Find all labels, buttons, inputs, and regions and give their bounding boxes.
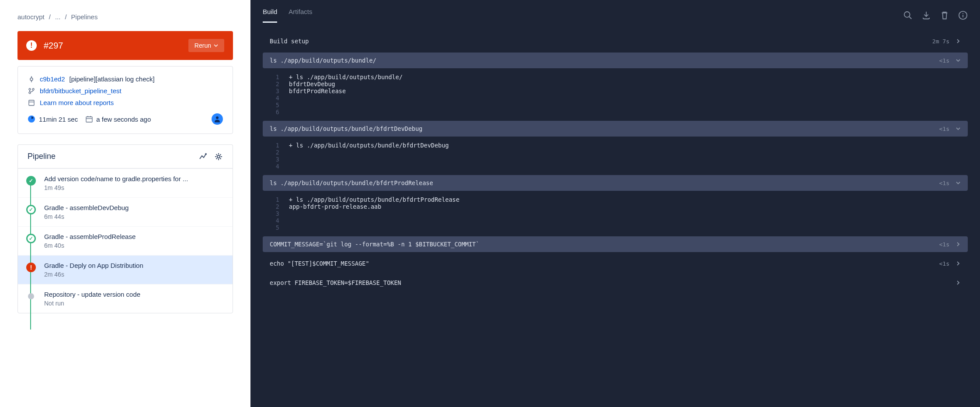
log-command-row[interactable]: ls ./app/build/outputs/bundle/bfdrtDevDe… (263, 121, 968, 137)
pipeline-steps: Add version code/name to gradle.properti… (17, 168, 233, 313)
breadcrumb-project[interactable]: autocrypt (17, 13, 45, 21)
svg-rect-9 (86, 117, 92, 122)
reports-link[interactable]: Learn more about reports (40, 99, 114, 106)
search-icon[interactable] (903, 11, 913, 20)
calendar-icon (86, 116, 93, 123)
pipeline-number: #297 (44, 41, 181, 51)
log-area: Build setup 2m 7s ls ./app/build/outputs… (250, 23, 980, 407)
line-number: 1 (263, 142, 289, 149)
reports-icon (28, 100, 35, 106)
line-number: 4 (263, 217, 289, 224)
line-number: 2 (263, 81, 289, 88)
line-text: + ls ./app/build/outputs/bundle/bfdrtPro… (289, 196, 459, 203)
line-number: 3 (263, 210, 289, 217)
log-duration: <1s (939, 126, 949, 132)
pipeline-step[interactable]: Gradle - assembleProdRelease 6m 40s (18, 226, 233, 255)
log-command: export FIREBASE_TOKEN=$FIREBASE_TOKEN (270, 279, 956, 286)
build-setup-row[interactable]: Build setup 2m 7s (263, 33, 968, 49)
line-number: 1 (263, 74, 289, 81)
svg-line-17 (909, 17, 912, 19)
line-number: 4 (263, 95, 289, 102)
line-number: 3 (263, 88, 289, 95)
tab-artifacts[interactable]: Artifacts (288, 8, 312, 23)
step-status-success-icon (26, 205, 36, 214)
log-header: Build Artifacts (250, 0, 980, 23)
step-status-success-icon (26, 234, 36, 243)
duration-text: 11min 21 sec (39, 116, 78, 123)
tab-build[interactable]: Build (263, 8, 277, 23)
log-command-row[interactable]: export FIREBASE_TOKEN=$FIREBASE_TOKEN (263, 275, 968, 291)
step-name: Gradle - assembleProdRelease (44, 233, 225, 240)
log-command-row[interactable]: ls ./app/build/outputs/bundle/<1s (263, 53, 968, 68)
chevron-right-icon (956, 280, 961, 285)
line-text: + ls ./app/build/outputs/bundle/ (289, 74, 403, 81)
line-text: app-bfdrt-prod-release.aab (289, 203, 381, 210)
chevron-down-icon (956, 58, 961, 63)
log-command: ls ./app/build/outputs/bundle/bfdrtProdR… (270, 179, 939, 186)
svg-point-0 (30, 78, 33, 81)
build-setup-time: 2m 7s (932, 38, 949, 45)
log-command: ls ./app/build/outputs/bundle/bfdrtDevDe… (270, 125, 939, 132)
log-duration: <1s (939, 57, 949, 64)
log-command: COMMIT_MESSAGE=`git log --format=%B -n 1… (270, 241, 939, 248)
svg-point-4 (29, 92, 31, 94)
log-command-row[interactable]: ls ./app/build/outputs/bundle/bfdrtProdR… (263, 175, 968, 191)
chevron-down-icon (956, 180, 961, 186)
user-avatar[interactable] (212, 113, 223, 125)
chevron-down-icon (214, 43, 218, 48)
step-name: Repository - update version code (44, 291, 225, 298)
log-command: echo "[TEST]$COMMIT_MESSAGE" (270, 260, 939, 267)
svg-point-20 (963, 13, 963, 14)
step-time: 1m 49s (44, 184, 225, 191)
rerun-button[interactable]: Rerun (188, 39, 224, 52)
commit-hash-link[interactable]: c9b1ed2 (40, 75, 65, 83)
line-number: 3 (263, 156, 289, 163)
trash-icon[interactable] (940, 11, 949, 20)
pipeline-step[interactable]: Gradle - assembleDevDebug 6m 44s (18, 197, 233, 226)
svg-point-15 (217, 155, 220, 158)
info-icon[interactable] (958, 11, 968, 20)
svg-point-16 (904, 12, 910, 18)
error-icon: ! (26, 40, 37, 51)
pipeline-step[interactable]: Add version code/name to gradle.properti… (18, 168, 233, 197)
pipeline-step[interactable]: Repository - update version code Not run (18, 284, 233, 313)
log-command-row[interactable]: COMMIT_MESSAGE=`git log --format=%B -n 1… (263, 236, 968, 252)
line-number: 5 (263, 102, 289, 109)
chevron-right-icon (956, 39, 961, 44)
build-setup-label: Build setup (270, 38, 932, 45)
svg-point-13 (216, 116, 219, 119)
svg-rect-6 (29, 100, 34, 105)
log-output: 1+ ls ./app/build/outputs/bundle/bfdrtDe… (263, 140, 968, 175)
log-duration: <1s (939, 180, 949, 186)
breadcrumb-ellipsis[interactable]: ... (55, 13, 61, 21)
line-number: 5 (263, 224, 289, 231)
duration-icon (28, 115, 35, 123)
metrics-icon[interactable] (198, 152, 207, 161)
log-command-row[interactable]: echo "[TEST]$COMMIT_MESSAGE"<1s (263, 256, 968, 271)
line-text: bfdrtDevDebug (289, 81, 335, 88)
line-number: 1 (263, 196, 289, 203)
line-number: 4 (263, 163, 289, 170)
breadcrumb-page[interactable]: Pipelines (71, 13, 98, 21)
branch-icon (28, 88, 35, 94)
line-number: 2 (263, 203, 289, 210)
commit-card: c9b1ed2 [pipeline][atlassian log check] … (17, 66, 233, 134)
chevron-right-icon (956, 242, 961, 247)
branch-link[interactable]: bfdrt/bitbucket_pipeline_test (40, 87, 122, 95)
download-icon[interactable] (921, 11, 931, 20)
log-command: ls ./app/build/outputs/bundle/ (270, 57, 939, 64)
commit-message: [pipeline][atlassian log check] (70, 75, 155, 83)
gear-icon[interactable] (214, 152, 223, 161)
pipeline-section-header: Pipeline (17, 144, 233, 168)
age-text: a few seconds ago (96, 116, 151, 123)
commit-icon (28, 76, 35, 82)
log-duration: <1s (939, 241, 949, 248)
step-name: Gradle - assembleDevDebug (44, 204, 225, 211)
step-time: 6m 44s (44, 213, 225, 220)
line-text: + ls ./app/build/outputs/bundle/bfdrtDev… (289, 142, 449, 149)
step-name: Add version code/name to gradle.properti… (44, 175, 225, 182)
pipeline-step[interactable]: Gradle - Deply on App Distribution 2m 46… (18, 255, 233, 284)
log-output: 1+ ls ./app/build/outputs/bundle/bfdrtPr… (263, 194, 968, 236)
step-time: 2m 46s (44, 271, 225, 278)
chevron-down-icon (956, 126, 961, 131)
